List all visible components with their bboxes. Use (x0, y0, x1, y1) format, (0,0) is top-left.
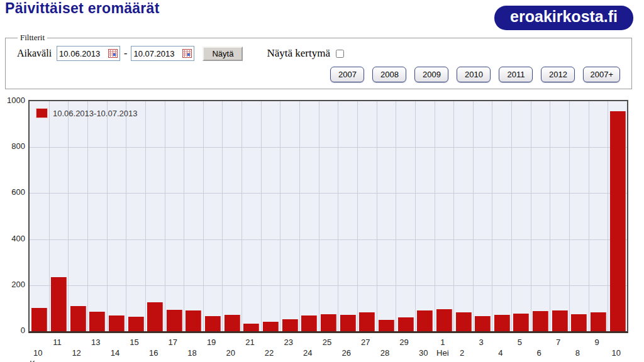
show-button[interactable]: Näytä (203, 47, 243, 61)
y-axis: 02004006008001000 (5, 96, 25, 334)
vertical-gridline (87, 101, 88, 331)
x-tick-label: 10 (33, 348, 42, 358)
year-button-2009[interactable]: 2009 (414, 67, 448, 82)
cumulative-group: Näytä kertymä (267, 47, 346, 60)
bar-28 (379, 320, 394, 331)
x-tick-label: 8 (575, 348, 580, 358)
bar-15 (128, 317, 144, 331)
bar-11 (51, 277, 67, 331)
y-tick-label: 800 (5, 141, 25, 151)
x-tick-label: 29 (399, 337, 408, 347)
x-month-label: Hei (436, 348, 449, 358)
date-to-input[interactable] (133, 49, 177, 58)
legend-swatch (36, 108, 48, 118)
legend-label: 10.06.2013-10.07.2013 (53, 109, 137, 118)
vertical-gridline (473, 101, 474, 331)
calendar-icon[interactable] (108, 49, 118, 58)
bar-29 (398, 317, 414, 331)
bar-21 (243, 324, 259, 331)
vertical-gridline (377, 101, 377, 331)
x-tick-label: 30 (419, 348, 428, 358)
bar-13 (89, 312, 105, 331)
x-tick-label: 24 (303, 348, 312, 358)
vertical-gridline (357, 101, 358, 331)
cumulative-checkbox[interactable] (336, 50, 344, 58)
x-tick-label: 11 (53, 337, 62, 347)
x-tick-label: 16 (149, 348, 158, 358)
x-tick-label: 28 (380, 348, 389, 358)
year-button-2011[interactable]: 2011 (499, 67, 533, 82)
x-tick-label: 7 (556, 337, 560, 347)
x-tick-label: 17 (169, 337, 177, 347)
date-from-input[interactable] (59, 49, 103, 58)
x-tick-label: 27 (361, 337, 370, 347)
chart-legend: 10.06.2013-10.07.2013 (36, 108, 137, 118)
vertical-gridline (415, 101, 416, 331)
y-tick-label: 600 (5, 187, 25, 197)
y-tick-label: 400 (5, 234, 25, 243)
x-tick-label: 6 (536, 348, 541, 358)
page-title: Päivittäiset eromäärät (5, 0, 160, 17)
bar-9 (591, 312, 606, 331)
x-tick-label: 18 (187, 348, 196, 358)
vertical-gridline (261, 101, 262, 331)
vertical-gridline (280, 101, 280, 331)
calendar-icon[interactable] (182, 49, 192, 58)
vertical-gridline (184, 101, 184, 331)
horizontal-gridline (30, 147, 627, 148)
x-axis: 10Kes.1112131415161718192021222324252627… (28, 333, 628, 362)
x-tick-label: 23 (284, 337, 292, 347)
bar-10 (610, 111, 626, 331)
horizontal-gridline (30, 239, 627, 240)
plot-area: 10.06.2013-10.07.2013 (28, 100, 628, 333)
x-month-label: Kes. (30, 359, 46, 362)
vertical-gridline (107, 101, 108, 331)
y-tick-label: 0 (5, 326, 25, 335)
x-tick-label: 22 (265, 348, 274, 358)
filter-row: Aikaväli - (17, 46, 625, 61)
bar-27 (359, 312, 375, 331)
year-button-2012[interactable]: 2012 (541, 67, 575, 82)
vertical-gridline (511, 101, 512, 331)
bar-3 (475, 316, 491, 331)
bar-24 (301, 315, 317, 331)
bar-20 (225, 315, 240, 331)
bar-10 (31, 308, 47, 331)
bar-7 (552, 310, 568, 331)
vertical-gridline (203, 101, 204, 331)
site-logo[interactable]: eroakirkosta.fi (494, 6, 633, 30)
vertical-gridline (453, 101, 454, 331)
x-tick-label: 3 (479, 337, 484, 347)
vertical-gridline (531, 101, 531, 331)
date-from-box (57, 46, 120, 61)
x-tick-label: 21 (245, 337, 254, 347)
y-tick-label: 200 (5, 280, 25, 289)
year-button-2007[interactable]: 2007 (330, 67, 364, 82)
bar-23 (282, 319, 298, 331)
x-tick-label: 25 (323, 337, 331, 347)
vertical-gridline (435, 101, 435, 331)
bar-5 (513, 314, 529, 331)
x-tick-label: 26 (341, 348, 350, 358)
bar-30 (417, 310, 433, 331)
cumulative-label: Näytä kertymä (267, 47, 330, 60)
date-range-label: Aikaväli (17, 48, 52, 59)
page: Päivittäiset eromäärät eroakirkosta.fi F… (0, 0, 644, 362)
x-tick-label: 10 (611, 348, 620, 358)
year-button-2010[interactable]: 2010 (457, 67, 491, 82)
filters-legend: Filtterit (18, 33, 47, 43)
x-tick-label: 9 (594, 337, 599, 347)
y-tick-label: 1000 (5, 96, 25, 105)
x-tick-label: 5 (518, 337, 522, 347)
year-button-2008[interactable]: 2008 (372, 67, 406, 82)
bar-6 (533, 311, 548, 331)
date-to-box (131, 46, 194, 61)
filters-panel: Filtterit Aikaväli - (5, 33, 632, 89)
year-button-2007-plus[interactable]: 2007+ (583, 67, 620, 82)
vertical-gridline (165, 101, 165, 331)
vertical-gridline (319, 101, 319, 331)
x-tick-label: 20 (226, 348, 235, 358)
horizontal-gridline (30, 285, 627, 286)
bar-16 (147, 302, 163, 331)
vertical-gridline (338, 101, 338, 331)
